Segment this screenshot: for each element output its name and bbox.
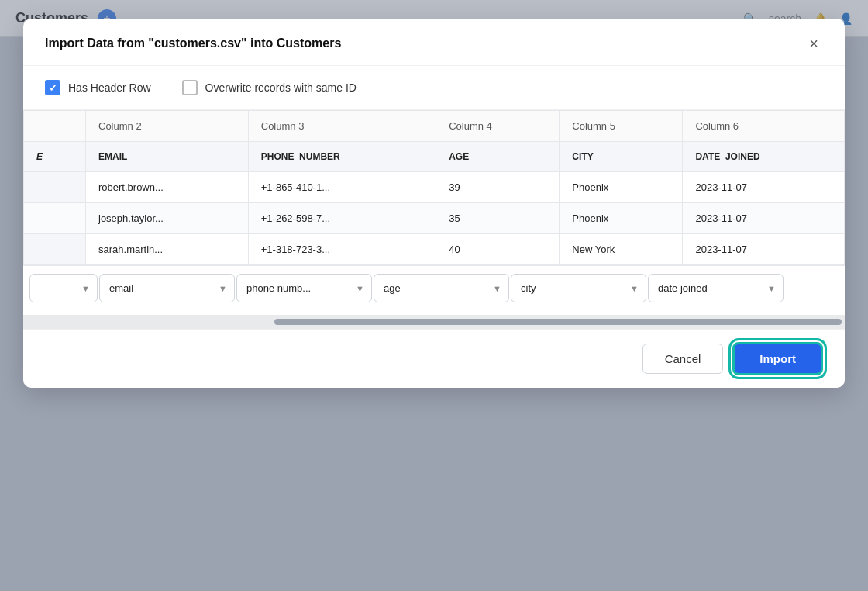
table-row: joseph.taylor... +1-262-598-7... 35 Phoe…: [24, 203, 845, 234]
field-city: CITY: [560, 142, 683, 172]
modal-overlay: Import Data from "customers.csv" into Cu…: [0, 0, 868, 591]
overwrite-records-label[interactable]: Overwrite records with same ID: [182, 80, 356, 95]
field-stub: E: [24, 142, 86, 172]
overwrite-checkbox[interactable]: [182, 80, 198, 95]
field-age: AGE: [436, 142, 560, 172]
map-date-select[interactable]: date joined name email phone number age …: [648, 274, 784, 302]
row3-city: New York: [560, 234, 683, 265]
row1-email: robert.brown...: [86, 172, 249, 203]
import-button[interactable]: Import: [732, 342, 823, 375]
modal-options: ✓ Has Header Row Overwrite records with …: [23, 66, 845, 110]
map-stub-wrapper: ▼: [29, 274, 98, 302]
checkmark-icon: ✓: [49, 82, 57, 94]
horizontal-scrollbar[interactable]: [23, 315, 845, 329]
row2-stub: [24, 203, 86, 234]
field-email: EMAIL: [86, 142, 249, 172]
table-row: robert.brown... +1-865-410-1... 39 Phoen…: [24, 172, 845, 203]
scrollbar-thumb[interactable]: [274, 319, 842, 325]
row2-email: joseph.taylor...: [86, 203, 249, 234]
row2-city: Phoenix: [560, 203, 683, 234]
modal-footer: Cancel Import: [23, 329, 845, 388]
row1-date: 2023-11-07: [683, 172, 845, 203]
row1-age: 39: [436, 172, 560, 203]
row1-phone: +1-865-410-1...: [248, 172, 436, 203]
row3-email: sarah.martin...: [86, 234, 249, 265]
map-phone-wrapper: phone numb... name email age city date j…: [236, 274, 372, 302]
field-name-row: E EMAIL PHONE_NUMBER AGE CITY DATE_JOINE…: [24, 142, 845, 172]
map-age-select[interactable]: age name email phone number city date jo…: [374, 274, 509, 302]
modal-title: Import Data from "customers.csv" into Cu…: [45, 36, 341, 50]
field-date-joined: DATE_JOINED: [683, 142, 845, 172]
overwrite-text: Overwrite records with same ID: [205, 81, 356, 94]
map-date-wrapper: date joined name email phone number age …: [648, 274, 784, 302]
modal-header: Import Data from "customers.csv" into Cu…: [23, 19, 845, 66]
map-email-select[interactable]: email name phone number age city date jo…: [99, 274, 235, 302]
table-row: sarah.martin... +1-318-723-3... 40 New Y…: [24, 234, 845, 265]
data-table-wrapper: Column 2 Column 3 Column 4 Column 5 Colu…: [23, 110, 845, 265]
row3-date: 2023-11-07: [683, 234, 845, 265]
column-header-row: Column 2 Column 3 Column 4 Column 5 Colu…: [24, 111, 845, 142]
col3-header: Column 3: [248, 111, 436, 142]
map-phone-select[interactable]: phone numb... name email age city date j…: [236, 274, 372, 302]
row3-age: 40: [436, 234, 560, 265]
map-age-wrapper: age name email phone number city date jo…: [374, 274, 509, 302]
has-header-row-text: Has Header Row: [68, 81, 151, 94]
col-stub-header: [24, 111, 86, 142]
row1-stub: [24, 172, 86, 203]
map-stub-select[interactable]: [29, 274, 98, 302]
col4-header: Column 4: [436, 111, 560, 142]
field-phone: PHONE_NUMBER: [248, 142, 436, 172]
map-email-wrapper: email name phone number age city date jo…: [99, 274, 235, 302]
col2-header: Column 2: [86, 111, 249, 142]
cancel-button[interactable]: Cancel: [642, 344, 724, 374]
row3-phone: +1-318-723-3...: [248, 234, 436, 265]
map-city-wrapper: city name email phone number age date jo…: [511, 274, 646, 302]
row2-phone: +1-262-598-7...: [248, 203, 436, 234]
col5-header: Column 5: [560, 111, 683, 142]
map-city-select[interactable]: city name email phone number age date jo…: [511, 274, 646, 302]
row3-stub: [24, 234, 86, 265]
data-table: Column 2 Column 3 Column 4 Column 5 Colu…: [23, 110, 845, 265]
column-mapping-section: ▼ email name phone number age city date …: [23, 265, 845, 315]
col6-header: Column 6: [683, 111, 845, 142]
row2-age: 35: [436, 203, 560, 234]
import-modal: Import Data from "customers.csv" into Cu…: [23, 19, 845, 388]
row2-date: 2023-11-07: [683, 203, 845, 234]
row1-city: Phoenix: [560, 172, 683, 203]
close-button[interactable]: ×: [804, 34, 823, 53]
has-header-row-checkbox[interactable]: ✓: [45, 80, 60, 95]
has-header-row-label[interactable]: ✓ Has Header Row: [45, 80, 151, 95]
